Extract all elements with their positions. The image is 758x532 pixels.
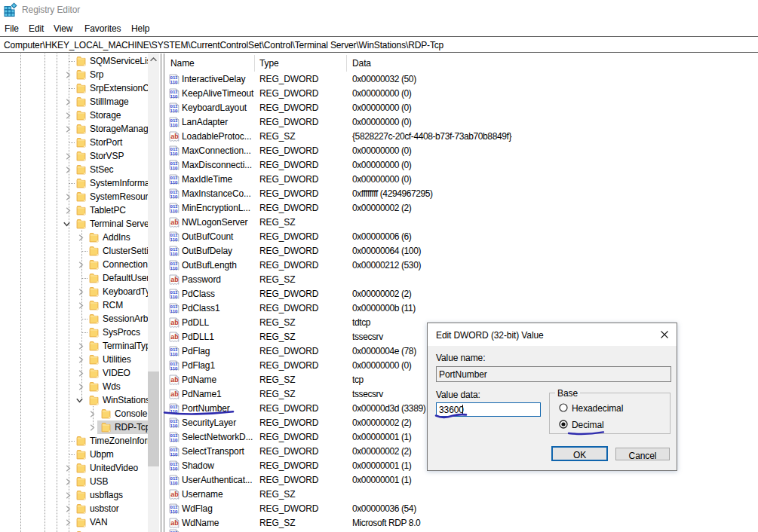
svg-text:110: 110 [170,208,178,213]
svg-text:110: 110 [170,365,178,371]
svg-text:ab: ab [170,491,179,498]
svg-text:110: 110 [170,179,178,185]
svg-text:110: 110 [170,194,178,199]
svg-text:110: 110 [170,351,178,356]
svg-text:110: 110 [170,480,178,485]
svg-text:110: 110 [170,165,178,170]
svg-text:110: 110 [170,151,178,156]
svg-text:110: 110 [170,79,178,84]
svg-text:ab: ab [170,319,179,326]
svg-text:110: 110 [170,237,178,242]
svg-text:ab: ab [170,133,179,140]
svg-text:ab: ab [170,519,179,527]
svg-text:110: 110 [170,466,178,471]
svg-text:110: 110 [170,509,178,514]
svg-text:110: 110 [170,122,178,127]
svg-text:ab: ab [170,390,179,398]
svg-text:ab: ab [170,219,179,226]
svg-text:110: 110 [170,423,178,428]
svg-text:110: 110 [170,437,178,442]
svg-text:ab: ab [170,333,179,341]
svg-text:110: 110 [170,308,178,313]
svg-text:110: 110 [170,408,178,414]
svg-text:110: 110 [170,265,178,271]
svg-text:110: 110 [170,251,178,256]
svg-text:ab: ab [170,376,179,384]
svg-text:ab: ab [170,276,179,283]
svg-text:110: 110 [170,93,178,99]
svg-text:110: 110 [170,294,178,299]
svg-text:110: 110 [170,451,178,457]
svg-text:110: 110 [170,108,178,113]
